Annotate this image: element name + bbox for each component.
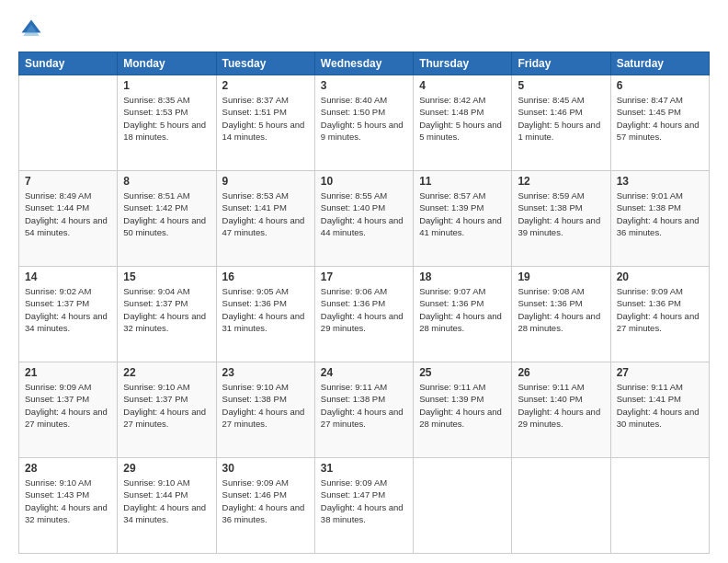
day-info: Sunrise: 9:09 AMSunset: 1:46 PMDaylight:… bbox=[222, 477, 309, 525]
calendar-week-row: 7Sunrise: 8:49 AMSunset: 1:44 PMDaylight… bbox=[19, 171, 710, 267]
day-number: 23 bbox=[222, 366, 309, 379]
day-number: 19 bbox=[518, 270, 604, 283]
day-info: Sunrise: 8:37 AMSunset: 1:51 PMDaylight:… bbox=[222, 94, 309, 143]
page: SundayMondayTuesdayWednesdayThursdayFrid… bbox=[0, 0, 728, 563]
calendar-day-cell: 15Sunrise: 9:04 AMSunset: 1:37 PMDayligh… bbox=[118, 267, 216, 362]
calendar-day-cell: 5Sunrise: 8:45 AMSunset: 1:46 PMDaylight… bbox=[512, 75, 610, 171]
day-number: 20 bbox=[617, 270, 703, 283]
day-number: 8 bbox=[123, 175, 210, 188]
day-number: 21 bbox=[25, 366, 111, 379]
weekday-header: Tuesday bbox=[216, 52, 314, 75]
calendar-day-cell: 12Sunrise: 8:59 AMSunset: 1:38 PMDayligh… bbox=[512, 171, 610, 267]
weekday-header: Thursday bbox=[414, 52, 512, 75]
day-info: Sunrise: 9:10 AMSunset: 1:38 PMDaylight:… bbox=[222, 381, 309, 430]
calendar-day-cell: 22Sunrise: 9:10 AMSunset: 1:37 PMDayligh… bbox=[118, 362, 216, 458]
day-info: Sunrise: 8:35 AMSunset: 1:53 PMDaylight:… bbox=[123, 94, 210, 143]
day-info: Sunrise: 8:40 AMSunset: 1:50 PMDaylight:… bbox=[321, 94, 407, 143]
day-info: Sunrise: 9:11 AMSunset: 1:40 PMDaylight:… bbox=[518, 381, 604, 430]
calendar-day-cell: 18Sunrise: 9:07 AMSunset: 1:36 PMDayligh… bbox=[414, 267, 512, 362]
calendar-day-cell: 2Sunrise: 8:37 AMSunset: 1:51 PMDaylight… bbox=[216, 75, 314, 171]
header bbox=[18, 17, 710, 42]
day-info: Sunrise: 9:10 AMSunset: 1:43 PMDaylight:… bbox=[25, 477, 111, 525]
calendar-day-cell bbox=[610, 458, 709, 554]
calendar-day-cell: 16Sunrise: 9:05 AMSunset: 1:36 PMDayligh… bbox=[216, 267, 314, 362]
day-info: Sunrise: 9:07 AMSunset: 1:36 PMDaylight:… bbox=[419, 285, 506, 334]
calendar-day-cell: 26Sunrise: 9:11 AMSunset: 1:40 PMDayligh… bbox=[512, 362, 610, 458]
logo bbox=[18, 17, 48, 42]
calendar-week-row: 1Sunrise: 8:35 AMSunset: 1:53 PMDaylight… bbox=[19, 75, 710, 171]
day-number: 4 bbox=[419, 79, 506, 92]
calendar-day-cell: 10Sunrise: 8:55 AMSunset: 1:40 PMDayligh… bbox=[314, 171, 413, 267]
day-number: 9 bbox=[222, 175, 309, 188]
calendar-day-cell: 28Sunrise: 9:10 AMSunset: 1:43 PMDayligh… bbox=[19, 458, 118, 554]
day-info: Sunrise: 9:11 AMSunset: 1:41 PMDaylight:… bbox=[617, 381, 703, 430]
calendar-day-cell: 8Sunrise: 8:51 AMSunset: 1:42 PMDaylight… bbox=[118, 171, 216, 267]
day-number: 28 bbox=[25, 462, 111, 475]
day-info: Sunrise: 9:05 AMSunset: 1:36 PMDaylight:… bbox=[222, 285, 309, 334]
day-info: Sunrise: 8:49 AMSunset: 1:44 PMDaylight:… bbox=[25, 190, 111, 238]
calendar-day-cell bbox=[512, 458, 610, 554]
calendar-day-cell: 13Sunrise: 9:01 AMSunset: 1:38 PMDayligh… bbox=[610, 171, 709, 267]
calendar-day-cell: 27Sunrise: 9:11 AMSunset: 1:41 PMDayligh… bbox=[610, 362, 709, 458]
day-number: 13 bbox=[617, 175, 703, 188]
day-info: Sunrise: 8:42 AMSunset: 1:48 PMDaylight:… bbox=[419, 94, 506, 143]
day-number: 5 bbox=[518, 79, 604, 92]
day-number: 27 bbox=[617, 366, 703, 379]
day-info: Sunrise: 8:59 AMSunset: 1:38 PMDaylight:… bbox=[518, 190, 604, 238]
day-info: Sunrise: 9:09 AMSunset: 1:36 PMDaylight:… bbox=[617, 285, 703, 334]
calendar-day-cell bbox=[19, 75, 118, 171]
day-number: 29 bbox=[123, 462, 210, 475]
day-number: 18 bbox=[419, 270, 506, 283]
calendar-day-cell: 7Sunrise: 8:49 AMSunset: 1:44 PMDaylight… bbox=[19, 171, 118, 267]
day-number: 30 bbox=[222, 462, 309, 475]
day-number: 12 bbox=[518, 175, 604, 188]
day-info: Sunrise: 8:57 AMSunset: 1:39 PMDaylight:… bbox=[419, 190, 506, 238]
calendar-day-cell: 14Sunrise: 9:02 AMSunset: 1:37 PMDayligh… bbox=[19, 267, 118, 362]
day-number: 6 bbox=[617, 79, 703, 92]
calendar-week-row: 14Sunrise: 9:02 AMSunset: 1:37 PMDayligh… bbox=[19, 267, 710, 362]
calendar-day-cell: 31Sunrise: 9:09 AMSunset: 1:47 PMDayligh… bbox=[314, 458, 413, 554]
calendar-day-cell: 6Sunrise: 8:47 AMSunset: 1:45 PMDaylight… bbox=[610, 75, 709, 171]
calendar-body: 1Sunrise: 8:35 AMSunset: 1:53 PMDaylight… bbox=[19, 75, 710, 554]
calendar-day-cell: 21Sunrise: 9:09 AMSunset: 1:37 PMDayligh… bbox=[19, 362, 118, 458]
day-info: Sunrise: 9:11 AMSunset: 1:39 PMDaylight:… bbox=[419, 381, 506, 430]
day-info: Sunrise: 8:55 AMSunset: 1:40 PMDaylight:… bbox=[321, 190, 407, 238]
calendar-day-cell: 23Sunrise: 9:10 AMSunset: 1:38 PMDayligh… bbox=[216, 362, 314, 458]
day-info: Sunrise: 9:02 AMSunset: 1:37 PMDaylight:… bbox=[25, 285, 111, 334]
weekday-header: Monday bbox=[118, 52, 216, 75]
day-info: Sunrise: 9:09 AMSunset: 1:37 PMDaylight:… bbox=[25, 381, 111, 430]
day-info: Sunrise: 8:53 AMSunset: 1:41 PMDaylight:… bbox=[222, 190, 309, 238]
day-number: 25 bbox=[419, 366, 506, 379]
day-info: Sunrise: 8:47 AMSunset: 1:45 PMDaylight:… bbox=[617, 94, 703, 143]
calendar-week-row: 21Sunrise: 9:09 AMSunset: 1:37 PMDayligh… bbox=[19, 362, 710, 458]
day-info: Sunrise: 9:10 AMSunset: 1:37 PMDaylight:… bbox=[123, 381, 210, 430]
day-number: 15 bbox=[123, 270, 210, 283]
calendar: SundayMondayTuesdayWednesdayThursdayFrid… bbox=[18, 52, 710, 554]
day-number: 14 bbox=[25, 270, 111, 283]
calendar-day-cell: 4Sunrise: 8:42 AMSunset: 1:48 PMDaylight… bbox=[414, 75, 512, 171]
calendar-day-cell: 24Sunrise: 9:11 AMSunset: 1:38 PMDayligh… bbox=[314, 362, 413, 458]
weekday-header: Friday bbox=[512, 52, 610, 75]
day-info: Sunrise: 9:10 AMSunset: 1:44 PMDaylight:… bbox=[123, 477, 210, 525]
day-number: 1 bbox=[123, 79, 210, 92]
day-info: Sunrise: 9:01 AMSunset: 1:38 PMDaylight:… bbox=[617, 190, 703, 238]
calendar-day-cell bbox=[414, 458, 512, 554]
day-number: 31 bbox=[321, 462, 407, 475]
calendar-day-cell: 20Sunrise: 9:09 AMSunset: 1:36 PMDayligh… bbox=[610, 267, 709, 362]
day-number: 24 bbox=[321, 366, 407, 379]
weekday-header: Sunday bbox=[19, 52, 118, 75]
day-info: Sunrise: 9:09 AMSunset: 1:47 PMDaylight:… bbox=[321, 477, 407, 525]
day-number: 22 bbox=[123, 366, 210, 379]
day-number: 17 bbox=[321, 270, 407, 283]
calendar-day-cell: 1Sunrise: 8:35 AMSunset: 1:53 PMDaylight… bbox=[118, 75, 216, 171]
logo-icon bbox=[18, 17, 44, 42]
calendar-day-cell: 19Sunrise: 9:08 AMSunset: 1:36 PMDayligh… bbox=[512, 267, 610, 362]
calendar-day-cell: 3Sunrise: 8:40 AMSunset: 1:50 PMDaylight… bbox=[314, 75, 413, 171]
day-info: Sunrise: 9:04 AMSunset: 1:37 PMDaylight:… bbox=[123, 285, 210, 334]
calendar-day-cell: 9Sunrise: 8:53 AMSunset: 1:41 PMDaylight… bbox=[216, 171, 314, 267]
weekday-header: Saturday bbox=[610, 52, 709, 75]
day-info: Sunrise: 8:45 AMSunset: 1:46 PMDaylight:… bbox=[518, 94, 604, 143]
day-info: Sunrise: 8:51 AMSunset: 1:42 PMDaylight:… bbox=[123, 190, 210, 238]
calendar-week-row: 28Sunrise: 9:10 AMSunset: 1:43 PMDayligh… bbox=[19, 458, 710, 554]
calendar-header-row: SundayMondayTuesdayWednesdayThursdayFrid… bbox=[19, 52, 710, 75]
